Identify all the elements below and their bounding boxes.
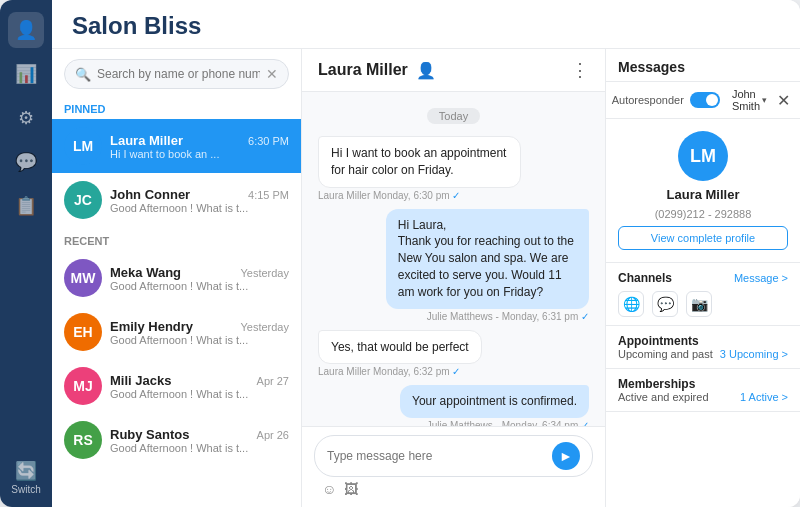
message-row-2: Hi Laura,Thank you for reaching out to t… bbox=[318, 209, 589, 322]
contact-name-meka: Meka Wang bbox=[110, 265, 181, 280]
contact-info-emily: Emily Hendry Yesterday Good Afternoon ! … bbox=[110, 319, 289, 346]
contact-preview-emily: Good Afternoon ! What is t... bbox=[110, 334, 289, 346]
contact-info-laura: Laura Miller 6:30 PM Hi I want to book a… bbox=[110, 133, 289, 160]
channels-title: Channels bbox=[618, 271, 672, 285]
contact-preview-ruby: Good Afternoon ! What is t... bbox=[110, 442, 289, 454]
contact-time-emily: Yesterday bbox=[240, 321, 289, 333]
msg-bubble-2: Hi Laura,Thank you for reaching out to t… bbox=[386, 209, 589, 309]
contact-item-meka[interactable]: MW Meka Wang Yesterday Good Afternoon ! … bbox=[52, 251, 301, 305]
recent-label: RECENT bbox=[52, 231, 301, 251]
contact-name-emily: Emily Hendry bbox=[110, 319, 193, 334]
memberships-value[interactable]: 1 Active > bbox=[740, 391, 788, 403]
message-row-4: Your appointment is confirmed. Julie Mat… bbox=[318, 385, 589, 426]
channel-web-icon[interactable]: 🌐 bbox=[618, 291, 644, 317]
app-body: 🔍 ✕ PINNED LM Laura Miller 6:30 PM Hi I … bbox=[52, 49, 800, 507]
contact-card: LM Laura Miller (0299)212 - 292888 View … bbox=[606, 119, 800, 263]
contact-info-john: John Conner 4:15 PM Good Afternoon ! Wha… bbox=[110, 187, 289, 214]
memberships-section: Memberships Active and expired 1 Active … bbox=[606, 369, 800, 412]
pinned-label: PINNED bbox=[52, 99, 301, 119]
nav-icon-gear[interactable]: ⚙ bbox=[8, 100, 44, 136]
chevron-down-icon: ▾ bbox=[762, 95, 767, 105]
view-profile-button[interactable]: View complete profile bbox=[618, 226, 788, 250]
avatar-mili: MJ bbox=[64, 367, 102, 405]
autoresponder-toggle[interactable] bbox=[690, 92, 720, 108]
memberships-title: Memberships bbox=[618, 377, 788, 391]
app-header: Salon Bliss bbox=[52, 0, 800, 49]
contact-preview-laura: Hi I want to book an ... bbox=[110, 148, 289, 160]
main-content: Salon Bliss 🔍 ✕ PINNED LM bbox=[52, 0, 800, 507]
contact-item-john[interactable]: JC John Conner 4:15 PM Good Afternoon ! … bbox=[52, 173, 301, 227]
contact-time-meka: Yesterday bbox=[240, 267, 289, 279]
contact-info-mili: Mili Jacks Apr 27 Good Afternoon ! What … bbox=[110, 373, 289, 400]
right-panel: Messages Autoresponder John Smith ▾ ✕ L bbox=[605, 49, 800, 507]
channel-sms-icon[interactable]: 💬 bbox=[652, 291, 678, 317]
contact-item-emily[interactable]: EH Emily Hendry Yesterday Good Afternoon… bbox=[52, 305, 301, 359]
avatar-john: JC bbox=[64, 181, 102, 219]
appointments-value[interactable]: 3 Upcoming > bbox=[720, 348, 788, 360]
search-icon: 🔍 bbox=[75, 67, 91, 82]
msg-meta-3: Laura Miller Monday, 6:32 pm ✓ bbox=[318, 366, 460, 377]
channel-photo-icon[interactable]: 📷 bbox=[686, 291, 712, 317]
contact-time-laura: 6:30 PM bbox=[248, 135, 289, 147]
autoresponder-label: Autoresponder bbox=[612, 92, 720, 108]
msg-bubble-1: Hi I want to book an appointment for hai… bbox=[318, 136, 521, 188]
right-panel-header: Messages bbox=[606, 49, 800, 82]
msg-meta-1: Laura Miller Monday, 6:30 pm ✓ bbox=[318, 190, 460, 201]
attachment-icon[interactable]: 🖼 bbox=[344, 481, 358, 497]
chat-header: Laura Miller 👤 ⋮ bbox=[302, 49, 605, 92]
chat-toolbar: ☺ 🖼 bbox=[314, 477, 593, 501]
chat-panel: Laura Miller 👤 ⋮ Today Hi I want to book… bbox=[302, 49, 605, 507]
avatar-meka: MW bbox=[64, 259, 102, 297]
clear-icon[interactable]: ✕ bbox=[266, 66, 278, 82]
search-input-wrap: 🔍 ✕ bbox=[64, 59, 289, 89]
nav-icon-person[interactable]: 👤 bbox=[8, 12, 44, 48]
message-row-1: Hi I want to book an appointment for hai… bbox=[318, 136, 589, 201]
contact-card-avatar: LM bbox=[678, 131, 728, 181]
nav-icon-file[interactable]: 📋 bbox=[8, 188, 44, 224]
avatar-laura: LM bbox=[64, 127, 102, 165]
memberships-subtitle: Active and expired bbox=[618, 391, 709, 403]
date-divider: Today bbox=[427, 108, 480, 124]
contact-name-mili: Mili Jacks bbox=[110, 373, 171, 388]
contact-preview-meka: Good Afternoon ! What is t... bbox=[110, 280, 289, 292]
contact-time-mili: Apr 27 bbox=[257, 375, 289, 387]
switch-button[interactable]: 🔄 Switch bbox=[11, 460, 40, 495]
contact-name-ruby: Ruby Santos bbox=[110, 427, 189, 442]
app-title: Salon Bliss bbox=[72, 12, 780, 40]
user-name-button[interactable]: John Smith ▾ bbox=[732, 88, 767, 112]
appointments-section: Appointments Upcoming and past 3 Upcomin… bbox=[606, 326, 800, 369]
contact-item-ruby[interactable]: RS Ruby Santos Apr 26 Good Afternoon ! W… bbox=[52, 413, 301, 467]
send-button[interactable]: ► bbox=[552, 442, 580, 470]
chat-messages: Today Hi I want to book an appointment f… bbox=[302, 92, 605, 426]
channels-section: Channels Message > 🌐 💬 📷 bbox=[606, 263, 800, 326]
messages-title: Messages bbox=[618, 59, 685, 75]
contact-preview-john: Good Afternoon ! What is t... bbox=[110, 202, 289, 214]
contact-item-mili[interactable]: MJ Mili Jacks Apr 27 Good Afternoon ! Wh… bbox=[52, 359, 301, 413]
contacts-panel: 🔍 ✕ PINNED LM Laura Miller 6:30 PM Hi I … bbox=[52, 49, 302, 507]
chat-contact-name: Laura Miller bbox=[318, 61, 408, 79]
nav-icon-chart[interactable]: 📊 bbox=[8, 56, 44, 92]
contact-time-ruby: Apr 26 bbox=[257, 429, 289, 441]
search-input[interactable] bbox=[97, 67, 260, 81]
appointments-title: Appointments bbox=[618, 334, 788, 348]
avatar-emily: EH bbox=[64, 313, 102, 351]
chat-input[interactable] bbox=[327, 449, 544, 463]
contact-info-meka: Meka Wang Yesterday Good Afternoon ! Wha… bbox=[110, 265, 289, 292]
msg-bubble-4: Your appointment is confirmed. bbox=[400, 385, 589, 418]
contact-card-phone: (0299)212 - 292888 bbox=[655, 208, 752, 220]
contact-item-laura[interactable]: LM Laura Miller 6:30 PM Hi I want to boo… bbox=[52, 119, 301, 173]
channels-link[interactable]: Message > bbox=[734, 272, 788, 284]
close-button[interactable]: ✕ bbox=[777, 91, 790, 110]
msg-bubble-3: Yes, that would be perfect bbox=[318, 330, 482, 365]
channels-icons: 🌐 💬 📷 bbox=[618, 291, 788, 317]
app-container: 👤 📊 ⚙ 💬 📋 🔄 Switch Salon Bliss 🔍 ✕ bbox=[0, 0, 800, 507]
chat-more-button[interactable]: ⋮ bbox=[571, 59, 589, 81]
search-bar: 🔍 ✕ bbox=[52, 49, 301, 99]
chat-input-area: ► ☺ 🖼 bbox=[302, 426, 605, 507]
contact-card-name: Laura Miller bbox=[667, 187, 740, 202]
appointments-subtitle: Upcoming and past bbox=[618, 348, 713, 360]
emoji-icon[interactable]: ☺ bbox=[322, 481, 336, 497]
contact-info-ruby: Ruby Santos Apr 26 Good Afternoon ! What… bbox=[110, 427, 289, 454]
nav-icon-chat[interactable]: 💬 bbox=[8, 144, 44, 180]
message-row-3: Yes, that would be perfect Laura Miller … bbox=[318, 330, 589, 378]
